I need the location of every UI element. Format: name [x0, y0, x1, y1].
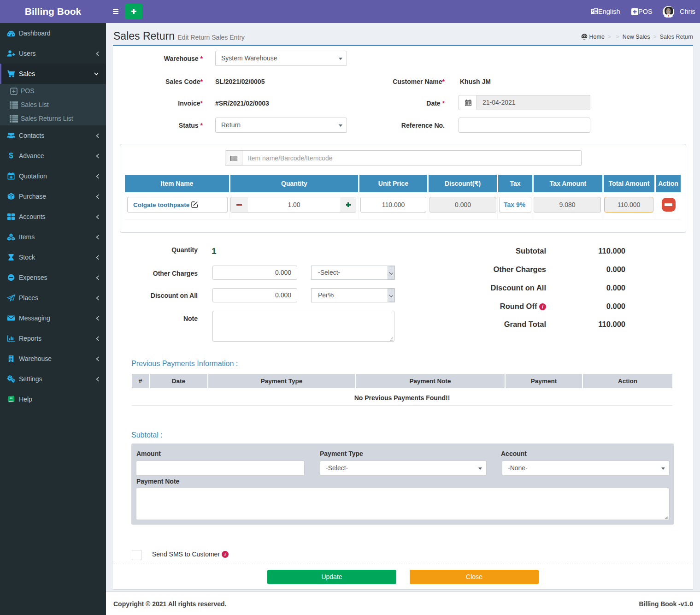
- svg-text:A: A: [595, 10, 597, 13]
